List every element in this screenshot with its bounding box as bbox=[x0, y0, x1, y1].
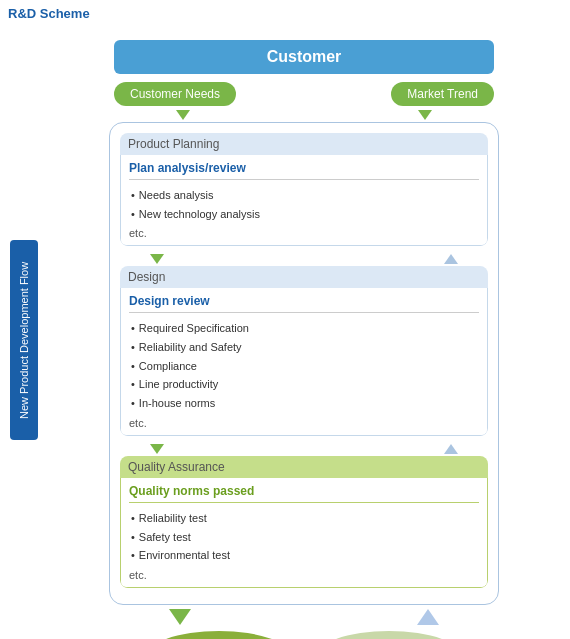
list-item: New technology analysis bbox=[129, 205, 479, 224]
section-header-planning: Product Planning bbox=[120, 133, 488, 155]
section-etc-planning: etc. bbox=[129, 227, 479, 239]
list-item: Compliance bbox=[129, 357, 479, 376]
list-item: Safety test bbox=[129, 528, 479, 547]
inter-arrows-1 bbox=[120, 254, 488, 264]
section-quality-assurance: Quality Assurance Quality norms passed R… bbox=[120, 456, 488, 588]
section-etc-design: etc. bbox=[129, 417, 479, 429]
list-item: Reliability test bbox=[129, 509, 479, 528]
outer-container: Product Planning Plan analysis/review Ne… bbox=[109, 122, 499, 605]
list-item: Required Specification bbox=[129, 319, 479, 338]
section-product-planning: Product Planning Plan analysis/review Ne… bbox=[120, 133, 488, 246]
input-buttons-row: Customer Needs Market Trend bbox=[114, 82, 494, 106]
list-item: In-house norms bbox=[129, 394, 479, 413]
customer-needs-pill: Customer Needs bbox=[114, 82, 236, 106]
list-item: Reliability and Safety bbox=[129, 338, 479, 357]
inter-arrow-down-2 bbox=[150, 444, 164, 454]
left-top-arrow bbox=[176, 110, 190, 120]
section-subheader-qa: Quality norms passed bbox=[129, 484, 479, 503]
customer-box: Customer bbox=[114, 40, 494, 74]
list-item: Needs analysis bbox=[129, 186, 479, 205]
bottom-arrows-row bbox=[114, 609, 494, 625]
top-arrows-row bbox=[114, 110, 494, 120]
inter-arrow-down-1 bbox=[150, 254, 164, 264]
section-design: Design Design review Required Specificat… bbox=[120, 266, 488, 435]
section-inner-qa: Quality norms passed Reliability test Sa… bbox=[120, 478, 488, 588]
inter-arrows-2 bbox=[120, 444, 488, 454]
main-container: New Product Development Flow Customer Cu… bbox=[0, 27, 570, 639]
bottom-arrow-up bbox=[417, 609, 439, 625]
section-items-design: Required Specification Reliability and S… bbox=[129, 319, 479, 412]
vertical-label: New Product Development Flow bbox=[10, 240, 38, 440]
bottom-row: Product Sales Line Production bbox=[114, 631, 494, 639]
right-top-arrow bbox=[418, 110, 432, 120]
line-production-ellipse: Line Production bbox=[314, 631, 464, 639]
vertical-label-container: New Product Development Flow bbox=[4, 82, 44, 597]
product-sales-ellipse: Product Sales bbox=[144, 631, 294, 639]
bottom-arrow-down bbox=[169, 609, 191, 625]
section-inner-design: Design review Required Specification Rel… bbox=[120, 288, 488, 435]
section-header-design: Design bbox=[120, 266, 488, 288]
market-trend-pill: Market Trend bbox=[391, 82, 494, 106]
page-title: R&D Scheme bbox=[0, 0, 570, 27]
list-item: Environmental test bbox=[129, 546, 479, 565]
section-header-qa: Quality Assurance bbox=[120, 456, 488, 478]
section-etc-qa: etc. bbox=[129, 569, 479, 581]
section-inner-planning: Plan analysis/review Needs analysis New … bbox=[120, 155, 488, 246]
list-item: Line productivity bbox=[129, 375, 479, 394]
inter-arrow-up-1 bbox=[444, 254, 458, 264]
flow-container: Customer Customer Needs Market Trend Pro… bbox=[44, 32, 570, 639]
section-subheader-planning: Plan analysis/review bbox=[129, 161, 479, 180]
section-items-planning: Needs analysis New technology analysis bbox=[129, 186, 479, 223]
section-items-qa: Reliability test Safety test Environment… bbox=[129, 509, 479, 565]
inter-arrow-up-2 bbox=[444, 444, 458, 454]
section-subheader-design: Design review bbox=[129, 294, 479, 313]
